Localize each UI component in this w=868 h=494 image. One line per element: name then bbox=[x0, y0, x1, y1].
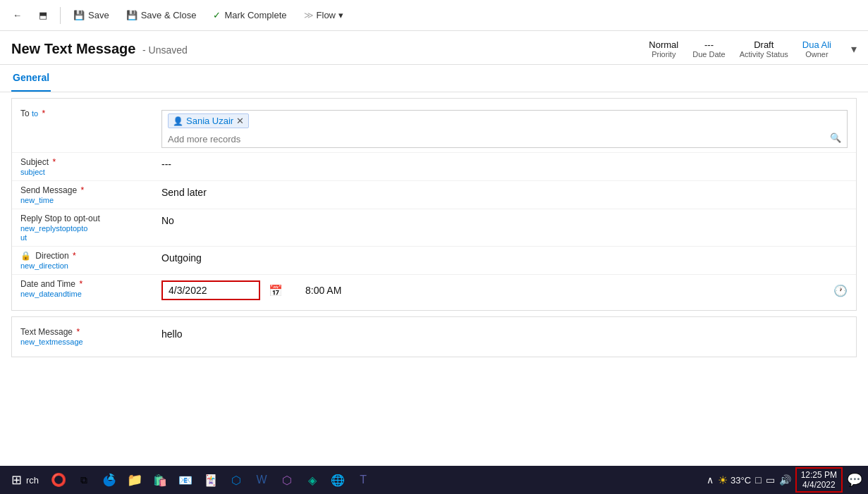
search-icon: 🔍 bbox=[830, 132, 841, 143]
direction-label: 🔒 Direction * bbox=[20, 251, 161, 261]
taskbar-browser2[interactable]: 🌐 bbox=[326, 469, 349, 491]
to-tag-close[interactable]: ✕ bbox=[236, 116, 244, 126]
taskbar: ⊞ rch ⭕ ⧉ 📁 🛍️ 📧 🃏 ⬡ W ⬡ ◈ 🌐 T ∧ ☀ 33°C … bbox=[0, 466, 868, 494]
taskbar-solitaire[interactable]: 🃏 bbox=[200, 469, 222, 491]
page-subtitle: - Unsaved bbox=[142, 44, 188, 56]
reply-stop-label-col: Reply Stop to opt-out new_replystoptopto… bbox=[20, 214, 161, 242]
taskbar-dynamics[interactable]: ◈ bbox=[301, 469, 324, 491]
send-message-value: Send later bbox=[161, 187, 207, 198]
date-time-row: Date and Time * new_dateandtime 📅 8:00 A… bbox=[12, 275, 856, 304]
text-message-subname: new_textmessage bbox=[20, 338, 161, 346]
taskbar-vscode[interactable]: ⬡ bbox=[225, 469, 247, 491]
taskbar-vscode2[interactable]: ⬡ bbox=[276, 469, 298, 491]
tab-bar: General bbox=[0, 65, 868, 92]
to-label-col: To to * bbox=[20, 109, 161, 118]
reply-stop-value-col: No bbox=[161, 214, 848, 226]
back-icon: ← bbox=[13, 10, 22, 20]
due-date-meta: --- Due Date bbox=[692, 39, 725, 58]
to-row: To to * 👤 Sania Uzair ✕ 🔍 bbox=[12, 104, 856, 153]
save-close-button[interactable]: 💾 Save & Close bbox=[119, 6, 204, 25]
to-field[interactable]: 👤 Sania Uzair ✕ 🔍 bbox=[161, 110, 848, 148]
clock-icon[interactable]: 🕐 bbox=[833, 284, 848, 297]
date-time-label: Date and Time * bbox=[20, 279, 161, 289]
direction-label-col: 🔒 Direction * new_direction bbox=[20, 251, 161, 270]
save-button[interactable]: 💾 Save bbox=[66, 6, 116, 25]
temperature-display: ☀ 33°C bbox=[718, 474, 751, 487]
taskbar-cortana[interactable]: ⭕ bbox=[47, 469, 70, 491]
flow-dropdown-icon: ▾ bbox=[338, 10, 343, 20]
priority-label: Priority bbox=[649, 50, 678, 58]
activity-status-meta: Draft Activity Status bbox=[740, 39, 788, 58]
reply-stop-subname2: ut bbox=[20, 233, 161, 242]
direction-required: * bbox=[73, 251, 76, 261]
time-value: 8:00 AM bbox=[305, 285, 341, 296]
popout-button[interactable]: ⬒ bbox=[32, 6, 54, 25]
windows-icon[interactable]: ⊞ bbox=[11, 472, 22, 488]
text-message-row: Text Message * new_textmessage hello bbox=[12, 323, 856, 351]
add-more-input[interactable] bbox=[168, 134, 830, 144]
network-icon[interactable]: □ bbox=[755, 474, 761, 486]
subject-required: * bbox=[52, 157, 56, 167]
activity-status-value: Draft bbox=[754, 39, 774, 50]
text-message-label: Text Message * bbox=[20, 327, 161, 337]
flow-button[interactable]: ≫ Flow ▾ bbox=[297, 6, 350, 25]
taskbar-search-text: rch bbox=[26, 475, 39, 486]
to-required: * bbox=[42, 109, 46, 118]
activity-status-label: Activity Status bbox=[740, 50, 788, 58]
header-meta: Normal Priority --- Due Date Draft Activ… bbox=[649, 39, 857, 58]
date-time-required: * bbox=[79, 279, 82, 289]
form-section-1: To to * 👤 Sania Uzair ✕ 🔍 bbox=[11, 98, 857, 311]
taskbar-edge[interactable] bbox=[98, 469, 121, 491]
taskbar-search-area: ⊞ rch bbox=[6, 472, 44, 488]
reply-stop-label: Reply Stop to opt-out bbox=[20, 214, 161, 223]
direction-row: 🔒 Direction * new_direction Outgoing bbox=[12, 247, 856, 275]
reply-stop-row: Reply Stop to opt-out new_replystoptopto… bbox=[12, 209, 856, 247]
taskbar-store[interactable]: 🛍️ bbox=[149, 469, 171, 491]
notifications-icon[interactable]: 💬 bbox=[847, 472, 862, 488]
to-value-col[interactable]: 👤 Sania Uzair ✕ 🔍 bbox=[161, 109, 848, 148]
header-area: New Text Message - Unsaved Normal Priori… bbox=[0, 31, 868, 65]
title-area: New Text Message - Unsaved bbox=[11, 41, 188, 57]
owner-meta: Dua Ali Owner bbox=[802, 39, 831, 58]
back-button[interactable]: ← bbox=[6, 6, 29, 25]
sys-tray-icons: □ ▭ 🔊 bbox=[755, 474, 790, 486]
save-icon: 💾 bbox=[73, 10, 85, 20]
taskbar-mail[interactable]: 📧 bbox=[174, 469, 197, 491]
taskbar-word[interactable]: W bbox=[250, 469, 273, 491]
direction-value-col: Outgoing bbox=[161, 251, 848, 264]
text-message-required: * bbox=[76, 327, 80, 337]
to-subname: to bbox=[32, 109, 38, 118]
send-message-label: Send Message * bbox=[20, 185, 161, 195]
owner-value[interactable]: Dua Ali bbox=[802, 39, 831, 50]
toolbar: ← ⬒ 💾 Save 💾 Save & Close ✓ Mark Complet… bbox=[0, 0, 868, 31]
flow-icon: ≫ bbox=[304, 10, 314, 20]
taskbar-task-view[interactable]: ⧉ bbox=[73, 469, 95, 491]
mark-complete-button[interactable]: ✓ Mark Complete bbox=[206, 6, 293, 25]
subject-value: --- bbox=[161, 159, 171, 170]
subject-label: Subject * bbox=[20, 157, 161, 167]
clock-time: 12:25 PM bbox=[801, 470, 837, 480]
send-message-label-col: Send Message * new_time bbox=[20, 185, 161, 204]
taskbar-teams[interactable]: T bbox=[352, 469, 374, 491]
lock-icon: 🔒 bbox=[20, 251, 31, 261]
taskbar-right: ∧ ☀ 33°C □ ▭ 🔊 12:25 PM 4/4/2022 💬 bbox=[707, 467, 862, 493]
popout-icon: ⬒ bbox=[39, 10, 47, 20]
chevron-up-icon[interactable]: ∧ bbox=[707, 474, 714, 486]
date-input[interactable] bbox=[161, 280, 260, 300]
taskbar-file-explorer[interactable]: 📁 bbox=[123, 469, 146, 491]
clock-display[interactable]: 12:25 PM 4/4/2022 bbox=[795, 467, 843, 493]
header-chevron-icon[interactable]: ▾ bbox=[851, 42, 857, 56]
speaker-icon[interactable]: 🔊 bbox=[779, 474, 791, 486]
date-time-value-col: 📅 8:00 AM 🕐 bbox=[161, 279, 848, 300]
sun-icon: ☀ bbox=[718, 474, 728, 487]
save-close-icon: 💾 bbox=[126, 10, 137, 20]
battery-icon[interactable]: ▭ bbox=[766, 474, 775, 486]
calendar-icon[interactable]: 📅 bbox=[269, 284, 283, 297]
text-message-value: hello bbox=[161, 328, 183, 340]
clock-date: 4/4/2022 bbox=[801, 480, 837, 490]
subject-value-col: --- bbox=[161, 157, 848, 170]
tab-general[interactable]: General bbox=[11, 65, 51, 92]
send-message-required: * bbox=[80, 185, 84, 195]
subject-subname: subject bbox=[20, 168, 161, 176]
date-time-label-col: Date and Time * new_dateandtime bbox=[20, 279, 161, 298]
